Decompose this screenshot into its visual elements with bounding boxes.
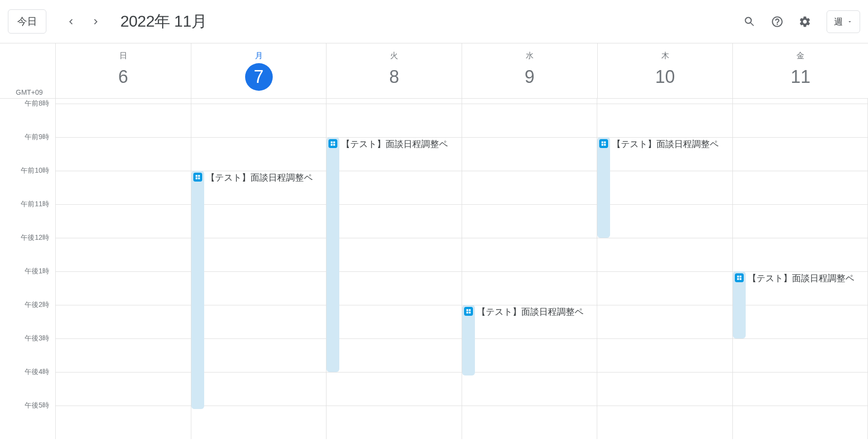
calendar-event[interactable]: 【テスト】面談日程調整ペ — [462, 305, 475, 375]
calendar-event[interactable]: 【テスト】面談日程調整ペ — [733, 271, 746, 338]
day-of-week-label: 火 — [390, 51, 398, 61]
svg-rect-18 — [737, 278, 739, 280]
svg-rect-0 — [195, 175, 197, 177]
event-title: 【テスト】面談日程調整ペ — [477, 306, 583, 318]
chevron-right-icon — [90, 16, 101, 27]
svg-rect-6 — [331, 144, 333, 146]
day-number[interactable]: 6 — [109, 63, 137, 91]
today-button[interactable]: 今日 — [8, 9, 46, 34]
event-grid-icon — [599, 139, 608, 148]
hour-gridline — [55, 204, 868, 205]
day-number[interactable]: 8 — [380, 63, 408, 91]
time-label: 午前9時 — [25, 133, 49, 142]
days-grid: 【テスト】面談日程調整ペ【テスト】面談日程調整ペ【テスト】面談日程調整ペ【テスト… — [55, 99, 868, 439]
event-grid-icon — [464, 307, 473, 316]
day-of-week-label: 水 — [526, 51, 534, 61]
view-selector-label: 週 — [834, 16, 843, 28]
timezone-label: GMT+09 — [0, 88, 55, 96]
time-gutter: 午前8時午前9時午前10時午前11時午後12時午後1時午後2時午後3時午後4時午… — [0, 99, 55, 439]
help-button[interactable] — [765, 10, 789, 34]
svg-rect-13 — [604, 142, 606, 144]
hour-gridline — [55, 104, 868, 104]
next-button[interactable] — [85, 11, 107, 33]
gear-icon — [798, 15, 811, 28]
time-label: 午後5時 — [25, 401, 49, 410]
day-header[interactable]: 日6 — [55, 43, 191, 98]
time-label: 午前11時 — [21, 200, 49, 209]
day-column[interactable]: 【テスト】面談日程調整ペ — [326, 99, 462, 439]
day-number[interactable]: 11 — [787, 63, 814, 91]
day-column[interactable] — [55, 99, 191, 439]
day-number[interactable]: 10 — [651, 63, 679, 91]
prev-button[interactable] — [60, 11, 82, 33]
calendar-event[interactable]: 【テスト】面談日程調整ペ — [326, 137, 339, 372]
event-grid-icon — [328, 139, 337, 148]
day-number[interactable]: 9 — [516, 63, 543, 91]
event-title: 【テスト】面談日程調整ペ — [612, 138, 719, 150]
day-column[interactable]: 【テスト】面談日程調整ペ — [597, 99, 732, 439]
svg-rect-14 — [602, 144, 604, 146]
svg-rect-8 — [466, 309, 468, 311]
svg-rect-4 — [331, 142, 333, 144]
settings-button[interactable] — [793, 10, 817, 34]
svg-rect-10 — [466, 312, 468, 314]
day-header[interactable]: 水9 — [462, 43, 597, 98]
day-header[interactable]: 木10 — [597, 43, 733, 98]
date-range-title: 2022年 11月 — [120, 11, 207, 33]
header-toolbar: 今日 2022年 11月 週 — [0, 0, 868, 43]
event-title: 【テスト】面談日程調整ペ — [206, 172, 313, 184]
event-title: 【テスト】面談日程調整ペ — [341, 138, 448, 150]
svg-rect-11 — [469, 312, 470, 314]
hour-gridline — [55, 137, 868, 138]
svg-rect-2 — [195, 178, 197, 180]
time-label: 午後3時 — [25, 334, 49, 343]
day-of-week-label: 木 — [661, 51, 669, 61]
day-headers: GMT+09 日6月7火8水9木10金11 — [0, 43, 868, 99]
day-header[interactable]: 金11 — [732, 43, 868, 98]
day-of-week-label: 金 — [796, 51, 804, 61]
event-grid-icon — [193, 173, 202, 182]
day-header[interactable]: 火8 — [326, 43, 462, 98]
day-of-week-label: 月 — [255, 51, 263, 61]
svg-rect-7 — [333, 144, 335, 146]
svg-rect-5 — [333, 142, 335, 144]
day-number[interactable]: 7 — [245, 63, 273, 91]
dropdown-icon — [847, 19, 853, 25]
calendar-event[interactable]: 【テスト】面談日程調整ペ — [597, 137, 610, 238]
time-label: 午後4時 — [25, 368, 49, 376]
view-selector[interactable]: 週 — [827, 10, 860, 33]
time-label: 午前10時 — [21, 166, 49, 175]
hour-gridline — [55, 271, 868, 272]
calendar-event[interactable]: 【テスト】面談日程調整ペ — [191, 171, 204, 409]
svg-rect-19 — [739, 278, 741, 280]
time-label: 午後12時 — [21, 233, 49, 242]
event-grid-icon — [735, 273, 744, 282]
day-column[interactable]: 【テスト】面談日程調整ペ — [191, 99, 326, 439]
day-column[interactable]: 【テスト】面談日程調整ペ — [462, 99, 597, 439]
day-column[interactable]: 【テスト】面談日程調整ペ — [732, 99, 868, 439]
event-title: 【テスト】面談日程調整ペ — [748, 272, 854, 284]
time-label: 午前8時 — [25, 99, 49, 108]
day-of-week-label: 日 — [119, 51, 127, 61]
svg-rect-12 — [602, 142, 604, 144]
search-icon — [743, 15, 756, 28]
help-icon — [771, 15, 784, 28]
svg-rect-1 — [198, 175, 200, 177]
hour-gridline — [55, 305, 868, 305]
svg-rect-16 — [737, 276, 739, 278]
hour-gridline — [55, 171, 868, 171]
nav-arrows — [60, 11, 107, 33]
time-label: 午後1時 — [25, 267, 49, 276]
search-button[interactable] — [738, 10, 761, 34]
chevron-left-icon — [66, 16, 76, 27]
header-actions: 週 — [738, 10, 860, 34]
svg-rect-3 — [198, 178, 200, 180]
calendar-grid[interactable]: 午前8時午前9時午前10時午前11時午後12時午後1時午後2時午後3時午後4時午… — [0, 99, 868, 448]
day-header[interactable]: 月7 — [191, 43, 326, 98]
hour-gridline — [55, 406, 868, 406]
hour-gridline — [55, 238, 868, 238]
svg-rect-9 — [469, 309, 470, 311]
svg-rect-15 — [604, 144, 606, 146]
svg-rect-17 — [739, 276, 741, 278]
calendar-area: GMT+09 日6月7火8水9木10金11 午前8時午前9時午前10時午前11時… — [0, 43, 868, 448]
